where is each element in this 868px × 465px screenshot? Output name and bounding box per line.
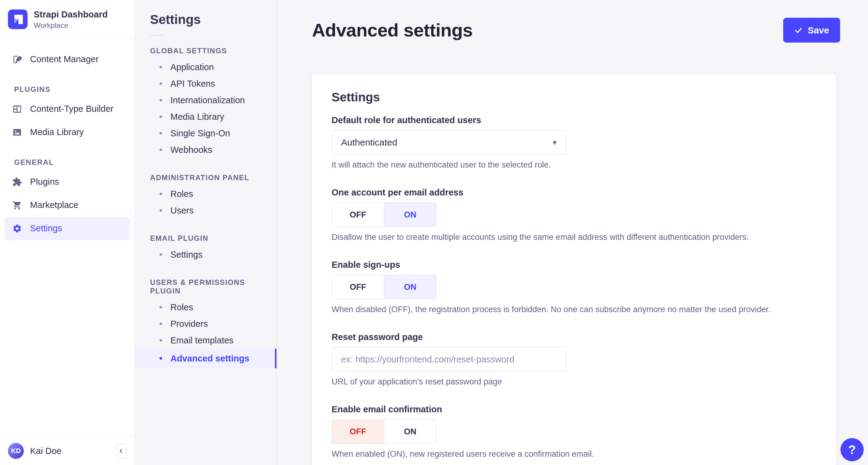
field-enable-sign-ups: Enable sign-ups OFF ON When disabled (OF… — [332, 260, 816, 314]
bullet-icon: • — [159, 79, 162, 88]
check-icon — [794, 26, 803, 35]
subnav-item-email-settings[interactable]: • Settings — [135, 246, 277, 263]
workspace-brand: Strapi Dashboard Workplace — [0, 0, 134, 38]
toggle-on-option[interactable]: ON — [384, 203, 436, 227]
subnav-section-global-settings: GLOBAL SETTINGS — [150, 47, 277, 55]
subnav-item-label: API Tokens — [170, 79, 215, 89]
subnav-item-label: Users — [170, 206, 194, 216]
field-label: Default role for authenticated users — [332, 115, 816, 125]
toggle-off-option[interactable]: OFF — [332, 275, 384, 299]
puzzle-icon — [12, 177, 22, 187]
field-label: One account per email address — [332, 187, 816, 198]
divider — [150, 35, 165, 35]
field-label: Reset password page — [332, 332, 816, 342]
sidebar-section-plugins: PLUGINS — [14, 85, 134, 94]
settings-panel: Settings Default role for authenticated … — [312, 75, 836, 465]
subnav-item-media-library[interactable]: • Media Library — [135, 109, 277, 125]
bullet-icon: • — [159, 129, 162, 138]
sidebar-item-content-type-builder[interactable]: Content-Type Builder — [0, 97, 134, 121]
avatar[interactable]: KD — [8, 443, 24, 459]
bullet-icon: • — [159, 62, 162, 72]
default-role-select[interactable]: Authenticated ▾ — [332, 130, 566, 155]
subnav-item-label: Single Sign-On — [170, 128, 230, 139]
subnav-item-label: Roles — [170, 189, 193, 199]
sidebar-item-content-manager[interactable]: Content Manager — [0, 48, 134, 71]
field-hint: When enabled (ON), new registered users … — [332, 449, 816, 459]
user-name[interactable]: Kai Doe — [30, 446, 62, 456]
bullet-icon: • — [159, 303, 162, 312]
subnav-item-advanced-settings[interactable]: • Advanced settings — [135, 349, 277, 368]
bullet-icon: • — [159, 145, 162, 154]
subnav-item-label: Providers — [170, 319, 208, 329]
subnav-item-internationalization[interactable]: • Internationalization — [135, 92, 277, 109]
help-button[interactable]: ? — [840, 438, 864, 461]
subnav-item-label: Application — [170, 62, 214, 72]
subnav-section-users-permissions: USERS & PERMISSIONS PLUGIN — [150, 278, 277, 295]
sidebar-item-settings[interactable]: Settings — [5, 217, 129, 240]
panel-heading: Settings — [332, 90, 816, 104]
subnav-item-label: Roles — [170, 302, 193, 313]
chevron-down-icon: ▾ — [553, 138, 557, 147]
subnav-item-label: Webhooks — [170, 145, 213, 155]
subnav-item-single-sign-on[interactable]: • Single Sign-On — [135, 125, 277, 142]
toggle-on-option[interactable]: ON — [384, 420, 436, 443]
field-hint: URL of your application's reset password… — [332, 377, 816, 386]
subnav-item-admin-roles[interactable]: • Roles — [135, 186, 277, 202]
sidebar-item-plugins[interactable]: Plugins — [0, 170, 134, 194]
sidebar-item-label: Marketplace — [30, 200, 79, 210]
sidebar-footer: KD Kai Doe ‹ — [0, 437, 134, 465]
toggle-off-option[interactable]: OFF — [332, 420, 384, 443]
bullet-icon: • — [159, 250, 162, 259]
toggle-on-option[interactable]: ON — [384, 275, 436, 299]
field-hint: When disabled (OFF), the registration pr… — [332, 305, 816, 314]
field-default-role: Default role for authenticated users Aut… — [332, 115, 816, 170]
subnav-item-label: Advanced settings — [170, 353, 250, 364]
subnav-item-up-roles[interactable]: • Roles — [135, 299, 277, 316]
page-title: Advanced settings — [312, 20, 473, 41]
bullet-icon: • — [159, 112, 162, 121]
enable-sign-ups-toggle: OFF ON — [332, 275, 436, 299]
field-enable-email-confirmation: Enable email confirmation OFF ON When en… — [332, 404, 816, 459]
collapse-sidebar-button[interactable]: ‹ — [116, 443, 126, 458]
save-button[interactable]: Save — [783, 18, 840, 42]
main-sidebar: Strapi Dashboard Workplace Content Manag… — [0, 0, 135, 465]
subnav-item-webhooks[interactable]: • Webhooks — [135, 142, 277, 158]
sidebar-item-label: Plugins — [30, 177, 59, 187]
field-hint: Disallow the user to create multiple acc… — [332, 233, 816, 242]
field-hint: It will attach the new authenticated use… — [332, 160, 816, 170]
toggle-off-option[interactable]: OFF — [332, 203, 384, 227]
main-content: Advanced settings Save Settings Default … — [277, 0, 868, 465]
subnav-item-email-templates[interactable]: • Email templates — [135, 332, 277, 349]
picture-icon — [12, 127, 22, 137]
gear-icon — [12, 224, 22, 233]
subnav-item-providers[interactable]: • Providers — [135, 316, 277, 332]
subnav-item-api-tokens[interactable]: • API Tokens — [135, 75, 277, 92]
workspace-name: Strapi Dashboard — [34, 9, 108, 20]
chevron-left-icon: ‹ — [119, 446, 122, 455]
bullet-icon: • — [159, 336, 162, 345]
page-header: Advanced settings Save — [277, 0, 868, 42]
bullet-icon: • — [159, 189, 162, 199]
field-reset-password-page: Reset password page URL of your applicat… — [332, 332, 816, 386]
sidebar-item-label: Media Library — [30, 127, 84, 137]
layout-grid-icon — [12, 104, 22, 114]
settings-subnav: Settings GLOBAL SETTINGS • Application •… — [135, 0, 277, 465]
reset-password-page-input[interactable] — [332, 347, 566, 372]
subnav-item-admin-users[interactable]: • Users — [135, 202, 277, 219]
feather-edit-icon — [12, 55, 22, 64]
subnav-section-administration-panel: ADMINISTRATION PANEL — [150, 173, 277, 182]
subnav-item-label: Internationalization — [170, 95, 245, 106]
one-account-per-email-toggle: OFF ON — [332, 202, 436, 227]
subnav-item-application[interactable]: • Application — [135, 59, 277, 75]
sidebar-item-label: Settings — [30, 223, 62, 233]
field-one-account-per-email: One account per email address OFF ON Dis… — [332, 187, 816, 242]
subnav-section-email-plugin: EMAIL PLUGIN — [150, 234, 277, 242]
save-button-label: Save — [808, 25, 829, 35]
question-mark-icon: ? — [848, 443, 856, 457]
sidebar-item-label: Content-Type Builder — [30, 104, 113, 114]
select-value: Authenticated — [341, 137, 397, 148]
sidebar-item-media-library[interactable]: Media Library — [0, 121, 134, 144]
enable-email-confirmation-toggle: OFF ON — [332, 419, 436, 444]
sidebar-item-marketplace[interactable]: Marketplace — [0, 194, 134, 217]
sidebar-item-label: Content Manager — [30, 54, 99, 64]
